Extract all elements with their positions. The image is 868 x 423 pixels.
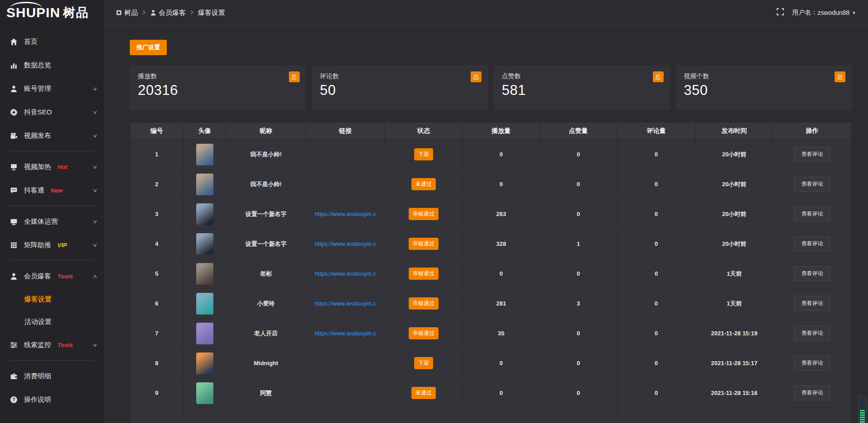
view-comments-button[interactable]: 查看评论 bbox=[794, 177, 830, 192]
column-header-评论量: 评论量 bbox=[617, 122, 696, 140]
sidebar-item-消费明细[interactable]: 消费明细 bbox=[0, 364, 104, 388]
chevron-down-icon: ∨ bbox=[92, 242, 97, 248]
promo-settings-button[interactable]: 推广设置 bbox=[130, 40, 167, 55]
sidebar-item-label: 线索监控 bbox=[24, 341, 51, 349]
cell-link[interactable]: https://www.iesdouyin.c bbox=[306, 229, 385, 259]
video-icon bbox=[10, 132, 18, 140]
sidebar-item-label: 首页 bbox=[24, 38, 38, 46]
status-badge[interactable]: 审核通过 bbox=[409, 208, 439, 220]
chevron-down-icon: ∨ bbox=[92, 133, 97, 139]
cell-link[interactable]: https://www.iesdouyin.c bbox=[306, 199, 385, 229]
breadcrumb-item-树品[interactable]: 树品 bbox=[116, 9, 138, 17]
view-comments-button[interactable]: 查看评论 bbox=[794, 356, 830, 371]
cell-likes bbox=[540, 408, 617, 423]
sidebar-item-线索监控[interactable]: 线索监控Tools∨ bbox=[0, 333, 104, 357]
stat-total-badge: 总 bbox=[653, 71, 664, 82]
header-right: 用户名：zswodun88 ▼ bbox=[777, 8, 856, 17]
cell-status: 审核通过 bbox=[385, 259, 462, 289]
avatar bbox=[196, 263, 213, 285]
cell-link[interactable]: https://www.iesdouyin.c bbox=[306, 289, 385, 319]
cell-status bbox=[385, 408, 462, 423]
stat-total-badge: 总 bbox=[471, 71, 481, 82]
cell-index bbox=[130, 408, 184, 423]
fullscreen-icon[interactable] bbox=[777, 8, 784, 17]
view-comments-button[interactable]: 查看评论 bbox=[794, 385, 830, 400]
cell-index: 7 bbox=[130, 319, 184, 348]
cell-likes: 0 bbox=[540, 319, 617, 348]
sidebar-item-抖客通[interactable]: 抖客通New∨ bbox=[0, 179, 104, 202]
sidebar-item-首页[interactable]: 首页 bbox=[0, 30, 104, 53]
stat-label: 播放数 bbox=[138, 72, 298, 80]
svg-text:?: ? bbox=[12, 397, 15, 402]
avatar bbox=[196, 144, 213, 165]
view-comments-button[interactable]: 查看评论 bbox=[794, 207, 830, 221]
sidebar-item-label: 抖音SEO bbox=[24, 108, 52, 117]
cell-publish-time: 2021-11-28 15:19 bbox=[696, 319, 773, 348]
sidebar-item-全媒体运营[interactable]: 全媒体运营∨ bbox=[0, 210, 104, 233]
cell-avatar bbox=[184, 259, 226, 289]
cell-nickname: 老人开店 bbox=[226, 319, 306, 348]
status-badge[interactable]: 审核通过 bbox=[409, 238, 439, 250]
logo-text-en: SHUPIN bbox=[6, 6, 60, 19]
chevron-down-icon: ∨ bbox=[92, 188, 97, 193]
status-badge[interactable]: 未通过 bbox=[411, 178, 436, 190]
cell-likes: 0 bbox=[540, 378, 617, 408]
user-menu[interactable]: 用户名：zswodun88 ▼ bbox=[792, 9, 856, 17]
sidebar-divider bbox=[9, 260, 95, 261]
stat-card-视频个数: 视频个数350总 bbox=[676, 65, 852, 110]
top-header: 树品>会员爆客>爆客设置 用户名：zswodun88 ▼ bbox=[104, 0, 868, 26]
view-comments-button[interactable]: 查看评论 bbox=[794, 296, 830, 311]
sidebar-item-label: 视频加热 bbox=[24, 163, 51, 171]
view-comments-button[interactable]: 查看评论 bbox=[794, 266, 830, 281]
status-badge[interactable]: 审核通过 bbox=[409, 327, 439, 339]
sidebar-item-抖音SEO[interactable]: 抖音SEO∨ bbox=[0, 100, 104, 124]
video-link[interactable]: https://www.iesdouyin.c bbox=[315, 330, 376, 337]
status-badge[interactable]: 审核通过 bbox=[409, 297, 439, 310]
breadcrumb-item-会员爆客[interactable]: 会员爆客 bbox=[150, 9, 186, 17]
cell-nickname: 设置一个新名字 bbox=[226, 229, 306, 259]
sidebar-subitem-活动设置[interactable]: 活动设置 bbox=[0, 310, 104, 333]
cell-avatar bbox=[184, 348, 226, 378]
view-comments-button[interactable]: 查看评论 bbox=[794, 147, 830, 162]
cell-likes: 0 bbox=[540, 140, 617, 169]
cell-link[interactable]: https://www.iesdouyin.c bbox=[306, 259, 385, 289]
table-row: 8Midnight下架0002021-11-28 15:17查看评论 bbox=[130, 348, 852, 378]
video-link[interactable]: https://www.iesdouyin.c bbox=[315, 240, 376, 247]
sidebar-item-label: 视频发布 bbox=[24, 132, 51, 140]
status-badge[interactable]: 下架 bbox=[414, 148, 433, 160]
status-badge[interactable]: 未通过 bbox=[411, 387, 436, 399]
cell-action: 查看评论 bbox=[773, 140, 851, 169]
video-link[interactable]: https://www.iesdouyin.c bbox=[315, 300, 376, 307]
video-link[interactable]: https://www.iesdouyin.c bbox=[315, 211, 376, 217]
sidebar-item-视频加热[interactable]: 视频加热Hot∨ bbox=[0, 155, 104, 179]
cell-likes: 0 bbox=[540, 169, 617, 199]
logo-text-cn: 树品 bbox=[63, 5, 89, 21]
cell-publish-time: 2021-11-28 15:17 bbox=[696, 348, 773, 378]
video-link[interactable]: https://www.iesdouyin.c bbox=[315, 270, 376, 277]
view-comments-button[interactable]: 查看评论 bbox=[794, 326, 830, 341]
sidebar-item-tag: Tools bbox=[57, 342, 73, 348]
sidebar-item-label: 抖客通 bbox=[24, 186, 44, 195]
stat-value: 20316 bbox=[138, 82, 298, 99]
status-badge[interactable]: 审核通过 bbox=[409, 268, 439, 280]
sidebar-item-数据总览[interactable]: 数据总览 bbox=[0, 53, 104, 77]
sidebar-item-视频发布[interactable]: 视频发布∨ bbox=[0, 124, 104, 147]
cell-link[interactable]: https://www.iesdouyin.c bbox=[306, 319, 385, 348]
sidebar-subitem-爆客设置[interactable]: 爆客设置 bbox=[0, 288, 104, 310]
cell-status: 下架 bbox=[385, 348, 462, 378]
scrollbar-widget[interactable] bbox=[858, 395, 867, 423]
sidebar-item-矩阵助推[interactable]: 矩阵助推VIP∨ bbox=[0, 233, 104, 257]
home-icon bbox=[10, 38, 18, 46]
chevron-down-icon: ▼ bbox=[852, 10, 856, 15]
column-header-状态: 状态 bbox=[385, 122, 462, 140]
status-badge[interactable]: 下架 bbox=[414, 357, 433, 369]
sidebar-item-会员爆客[interactable]: 会员爆客Tools∧ bbox=[0, 264, 104, 288]
cell-plays: 263 bbox=[462, 199, 540, 229]
view-comments-button[interactable]: 查看评论 bbox=[794, 236, 830, 251]
breadcrumb-item-爆客设置[interactable]: 爆客设置 bbox=[198, 9, 225, 17]
sidebar-item-label: 操作说明 bbox=[24, 395, 51, 404]
app-icon bbox=[116, 9, 122, 16]
sidebar-item-账号管理[interactable]: 账号管理∨ bbox=[0, 77, 104, 100]
cell-status: 审核通过 bbox=[385, 229, 462, 259]
sidebar-item-操作说明[interactable]: ?操作说明 bbox=[0, 388, 104, 411]
